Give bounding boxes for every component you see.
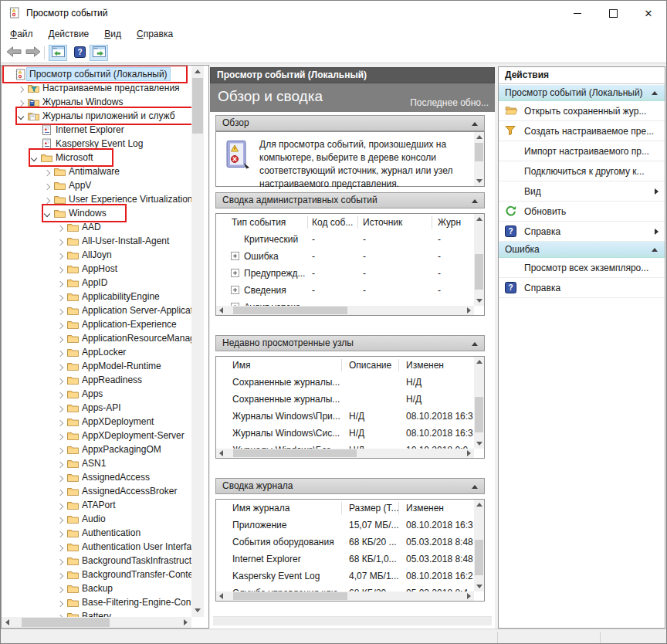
table-row[interactable]: Аудит успеха---	[216, 299, 474, 306]
tree-item-appxdeployment[interactable]: AppXDeployment	[2, 415, 191, 429]
tree-item-applicationresourcemanag[interactable]: ApplicationResourceManag	[2, 331, 191, 345]
action-item[interactable]: Обновить	[499, 202, 665, 222]
column-header[interactable]: Имя	[232, 360, 250, 371]
tree-item-applicabilityengine[interactable]: ApplicabilityEngine	[2, 290, 191, 303]
table-row[interactable]: Критический---	[216, 231, 474, 248]
column-separator[interactable]	[398, 502, 399, 514]
tree-item-appmodel-runtime[interactable]: AppModel-Runtime	[2, 359, 191, 373]
tree-item-all-user-install-agent[interactable]: All-User-Install-Agent	[2, 234, 191, 248]
tree-item-ataport[interactable]: ATAPort	[2, 498, 191, 512]
tree-item-журналы-приложений-и-служб[interactable]: Журналы приложений и служб	[2, 109, 191, 123]
column-separator[interactable]	[341, 359, 342, 371]
column-separator[interactable]	[432, 216, 432, 229]
tree-item-applocker[interactable]: AppLocker	[2, 345, 191, 359]
tree-item-apphost[interactable]: AppHost	[2, 262, 191, 276]
column-header[interactable]: Размер (Т...	[349, 503, 399, 514]
tree-item-application-experience[interactable]: Application-Experience	[2, 317, 191, 331]
action-item[interactable]: Вид	[499, 181, 665, 202]
column-separator[interactable]	[398, 359, 399, 371]
tree-item-appxpackagingom[interactable]: AppxPackagingOM	[2, 442, 191, 456]
tree-item-microsoft[interactable]: Microsoft	[2, 151, 191, 164]
table-vertical-scrollbar[interactable]	[474, 500, 484, 591]
table-row[interactable]: Журналы Windows\Сис...Н/Д08.10.2018 16:3	[216, 425, 474, 442]
table-row[interactable]: Internet Explorer68 КБ/1,0...05.03.2018 …	[216, 551, 474, 568]
tree-item-audio[interactable]: Audio	[2, 512, 191, 526]
tree-item-asn1[interactable]: ASN1	[2, 456, 191, 470]
table-horizontal-scrollbar[interactable]	[216, 306, 474, 315]
tree-item-appid[interactable]: AppID	[2, 276, 191, 290]
log-summary-header[interactable]: Сводка журнала	[215, 478, 485, 494]
tree-item-backup[interactable]: Backup	[2, 581, 191, 595]
table-hscroll-thumb[interactable]	[233, 307, 347, 314]
action-item[interactable]: Открыть сохраненный жур...	[499, 101, 665, 121]
table-row[interactable]: Приложение15,07 МБ/...08.10.2018 16:3	[216, 517, 474, 534]
expand-plus-icon[interactable]	[231, 252, 239, 260]
close-button[interactable]: ✕	[631, 1, 666, 25]
table-row[interactable]: Ошибка---	[216, 248, 474, 265]
tree-item-журналы-windows[interactable]: Журналы Windows	[2, 95, 191, 109]
column-header[interactable]: Код соб...	[312, 217, 353, 228]
menu-item-0[interactable]: Файл	[2, 26, 41, 42]
tree-item-user-experience-virtualization[interactable]: User Experience Virtualization	[2, 192, 191, 206]
table-horizontal-scrollbar[interactable]	[216, 591, 474, 601]
menu-item-3[interactable]: Справка	[129, 26, 181, 42]
table-row[interactable]: Сохраненные журналы...Н/Д	[216, 391, 474, 408]
tree-item-application-server-applicat[interactable]: Application Server-Applicat	[2, 303, 191, 317]
expand-plus-icon[interactable]	[231, 269, 239, 277]
tree-item-battery[interactable]: Battery	[2, 609, 191, 617]
column-header[interactable]: Изменен	[406, 503, 444, 514]
overview-scroll-thumb[interactable]	[475, 143, 483, 161]
table-row[interactable]: Сохраненные журналы...Н/Д	[216, 374, 474, 391]
overview-scrollbar[interactable]	[474, 132, 484, 186]
column-header[interactable]: Имя журнала	[232, 503, 289, 514]
help-button[interactable]: ?	[73, 45, 87, 61]
tree-item-assignedaccess[interactable]: AssignedAccess	[2, 470, 191, 484]
maximize-button[interactable]	[595, 1, 631, 25]
table-vscroll-thumb[interactable]	[475, 540, 483, 575]
tree-vscroll-thumb[interactable]	[192, 78, 203, 134]
column-header[interactable]: Изменен	[406, 360, 444, 371]
tree-item-authentication[interactable]: Authentication	[2, 526, 191, 540]
action-item[interactable]: Создать настраиваемое пре...	[499, 121, 665, 141]
expand-plus-icon[interactable]	[231, 286, 239, 294]
column-separator[interactable]	[357, 216, 358, 229]
table-vertical-scrollbar[interactable]	[474, 214, 484, 306]
table-row[interactable]: Kaspersky Event Log4,07 МБ/1...08.10.201…	[216, 568, 474, 585]
column-header[interactable]: Источник	[363, 217, 402, 228]
menu-item-2[interactable]: Вид	[96, 26, 129, 42]
tree-item-appxdeployment-server[interactable]: AppXDeployment-Server	[2, 429, 191, 442]
table-vscroll-thumb[interactable]	[475, 254, 483, 290]
tree-horizontal-scrollbar[interactable]	[2, 617, 191, 628]
tree-item-apps[interactable]: Apps	[2, 387, 191, 401]
back-button[interactable]	[5, 45, 22, 61]
admin-summary-header[interactable]: Сводка административных событий	[215, 192, 485, 208]
column-header[interactable]: Тип события	[232, 217, 286, 228]
tree-vertical-scrollbar[interactable]	[191, 66, 204, 617]
tree-item-assignedaccessbroker[interactable]: AssignedAccessBroker	[2, 484, 191, 498]
minimize-button[interactable]	[560, 1, 595, 25]
table-horizontal-scrollbar[interactable]	[216, 449, 474, 458]
menu-item-1[interactable]: Действие	[41, 26, 97, 42]
table-row[interactable]: Сведения---	[216, 282, 474, 299]
table-row[interactable]: Служба управления клю...68 КБ/20...05.03…	[216, 585, 474, 591]
tree-item-aad[interactable]: AAD	[2, 220, 191, 234]
tree-item-kaspersky-event-log[interactable]: Kaspersky Event Log	[2, 137, 191, 151]
action-item[interactable]: Импорт настраиваемого пр...	[499, 141, 665, 161]
table-row[interactable]: События оборудования68 КБ/20 ...05.03.20…	[216, 534, 474, 551]
tree-item-appreadiness[interactable]: AppReadiness	[2, 373, 191, 387]
table-vertical-scrollbar[interactable]	[474, 357, 484, 449]
column-header[interactable]: Описание	[349, 360, 391, 371]
tree-item-windows[interactable]: Windows	[2, 206, 191, 220]
tree-item-настраиваемые-представления[interactable]: Настраиваемые представления	[2, 81, 191, 95]
tree-item-просмотр-событий-локальный-[interactable]: Просмотр событий (Локальный)	[2, 67, 191, 81]
recent-nodes-header[interactable]: Недавно просмотренные узлы	[215, 335, 485, 351]
table-hscroll-thumb[interactable]	[233, 449, 357, 457]
column-separator[interactable]	[307, 216, 308, 229]
action-item[interactable]: Подключиться к другому к...	[499, 161, 665, 181]
tree-item-internet-explorer[interactable]: Internet Explorer	[2, 123, 191, 137]
tree-item-appv[interactable]: AppV	[2, 178, 191, 192]
actions-section-header[interactable]: Просмотр событий (Локальный)	[499, 85, 665, 101]
tree-item-antimalware[interactable]: Antimalware	[2, 164, 191, 178]
table-vscroll-thumb[interactable]	[475, 397, 483, 432]
forward-button[interactable]	[25, 45, 42, 61]
